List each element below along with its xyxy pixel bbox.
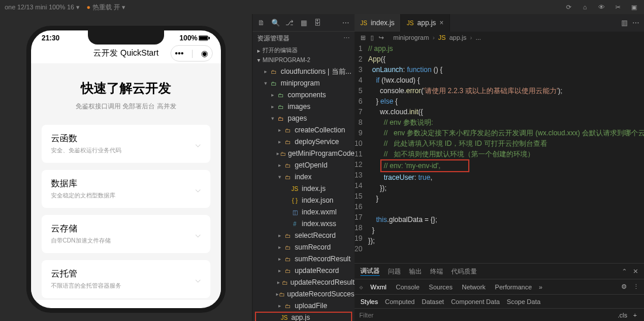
panel-tab[interactable]: 终端 xyxy=(430,267,443,276)
tree-folder[interactable]: ▸🗀deployService xyxy=(253,136,355,148)
tree-folder[interactable]: ▸🗀createCollection xyxy=(253,124,355,136)
phone-content: 快速了解云开发 免鉴权接口调用 免部署后台 高并发 云函数安全、免鉴权运行业务代… xyxy=(31,63,221,300)
explorer-sidebar: 🗎 🔍 ⎇ ▦ 🗄 ⋯ 资源管理器⋯ ▸打开的编辑器 ▾MINIPROGRAM-… xyxy=(252,14,355,321)
tree-folder[interactable]: ▸🗀getMiniProgramCode xyxy=(253,148,355,159)
folder-icon: 🗀 xyxy=(276,103,285,111)
search-icon[interactable]: 🔍 xyxy=(270,18,281,28)
cut-icon[interactable]: ✂ xyxy=(612,2,623,12)
home-icon[interactable]: ⌂ xyxy=(580,2,590,12)
chevron-up-icon[interactable]: ⌃ xyxy=(622,268,627,275)
folder-icon: 🗀 xyxy=(269,79,278,87)
code-area[interactable]: 1234567891011121314151617181920 // app.j… xyxy=(355,43,644,263)
feature-card[interactable]: 数据库安全稳定的文档型数据库⌵ xyxy=(42,170,210,208)
folder-icon: 🗀 xyxy=(283,243,292,251)
breadcrumb-item[interactable]: ... xyxy=(476,34,481,41)
tree-folder[interactable]: ▸🗀updateRecordSuccess xyxy=(253,288,355,300)
hero-block: 快速了解云开发 免鉴权接口调用 免部署后台 高并发 xyxy=(42,69,210,118)
tree-folder[interactable]: ▾🗀miniprogram xyxy=(253,77,355,89)
bookmark-icon[interactable]: ▯ xyxy=(370,34,374,42)
elements-tab[interactable]: Dataset xyxy=(422,298,444,305)
ellipsis-icon[interactable]: ⋯ xyxy=(632,19,639,27)
ellipsis-icon[interactable]: ⋯ xyxy=(343,35,350,42)
kebab-icon[interactable]: ⋮ xyxy=(633,283,639,291)
editor-tab[interactable]: JSindex.js xyxy=(355,14,401,32)
ellipsis-icon[interactable]: ⋯ xyxy=(340,18,351,28)
gear-icon[interactable]: ⚙ xyxy=(621,283,627,291)
devtools-tab[interactable]: Sources xyxy=(428,284,454,291)
inspect-icon[interactable]: ⟐ xyxy=(359,284,363,291)
hot-reload-toggle[interactable]: ●热重载 开 ▾ xyxy=(87,3,126,12)
svg-rect-1 xyxy=(199,36,207,40)
close-icon[interactable]: ✕ xyxy=(633,268,638,275)
tree-folder[interactable]: ▸🗀sumRecord xyxy=(253,241,355,253)
project-header[interactable]: ▾MINIPROGRAM-2 xyxy=(253,56,355,64)
breadcrumb-item[interactable]: app.js xyxy=(449,34,466,41)
elements-tab[interactable]: Computed xyxy=(385,298,415,305)
storage-icon[interactable]: 🗄 xyxy=(312,18,323,28)
elements-tab[interactable]: Component Data xyxy=(451,298,500,305)
tree-file[interactable]: ◫index.wxml xyxy=(253,206,355,218)
cls-toggle[interactable]: .cls xyxy=(614,312,631,319)
folder-icon: 🗀 xyxy=(283,161,292,169)
chevron-down-icon: ⌵ xyxy=(195,138,201,149)
forward-icon[interactable]: ↪ xyxy=(379,34,384,42)
elements-tab[interactable]: Styles xyxy=(360,298,378,305)
simulator-panel: 21:30 100% 云开发 QuickStart ••• | ◉ 快速了解云开… xyxy=(0,14,252,321)
capsule-menu[interactable]: ••• | ◉ xyxy=(171,45,213,62)
more-icon[interactable]: ••• xyxy=(175,49,184,58)
close-icon[interactable]: × xyxy=(439,19,444,27)
tree-folder[interactable]: ▾🗀index xyxy=(253,171,355,183)
tree-folder[interactable]: ▾🗀pages xyxy=(253,112,355,124)
devtools-tab[interactable]: Performance xyxy=(494,284,533,291)
screenshot-icon[interactable]: ▣ xyxy=(629,2,639,12)
tree-folder[interactable]: ▸🗀images xyxy=(253,101,355,112)
tree-file[interactable]: { }index.json xyxy=(253,194,355,206)
files-icon[interactable]: 🗎 xyxy=(256,18,267,28)
tree-file[interactable]: JSindex.js xyxy=(253,183,355,194)
feature-card[interactable]: 云函数安全、免鉴权运行业务代码⌵ xyxy=(42,125,210,163)
editor-tab[interactable]: JSapp.js× xyxy=(401,14,450,32)
elements-subtabs: StylesComputedDatasetComponent DataScope… xyxy=(355,294,644,308)
tree-file[interactable]: JSapp.js xyxy=(255,312,352,321)
tree-folder[interactable]: ▸🗀updateRecordResult xyxy=(253,276,355,288)
explorer-title: 资源管理器⋯ xyxy=(253,32,355,45)
add-icon[interactable]: + xyxy=(631,312,639,319)
refresh-icon[interactable]: ⟳ xyxy=(563,2,574,12)
split-icon[interactable]: ▥ xyxy=(621,19,628,27)
tree-folder[interactable]: ▸🗀cloudfunctions | 当前... xyxy=(253,66,355,77)
branch-icon[interactable]: ⎇ xyxy=(284,18,295,28)
tree-folder[interactable]: ▸🗀getOpenId xyxy=(253,159,355,171)
tree-file[interactable]: #index.wxss xyxy=(253,218,355,230)
eye-icon[interactable]: 👁 xyxy=(596,2,606,12)
breadcrumb: ⊞ ▯ ↪ miniprogram › JS app.js › ... xyxy=(355,32,644,43)
feature-card[interactable]: 云存储自带CDN加速文件存储⌵ xyxy=(42,215,210,253)
grid-icon[interactable]: ▦ xyxy=(298,18,309,28)
devtools-tab[interactable]: Console xyxy=(395,284,421,291)
devtools-tab[interactable]: Wxml xyxy=(369,284,388,291)
tree-folder[interactable]: ▸🗀uploadFile xyxy=(253,300,355,312)
devtools-tab[interactable]: Network xyxy=(461,284,486,291)
filter-bar: .cls + xyxy=(355,308,644,321)
filter-input[interactable] xyxy=(359,312,614,319)
phone-time: 21:30 xyxy=(42,34,60,42)
tree-folder[interactable]: ▸🗀selectRecord xyxy=(253,230,355,241)
tree-folder[interactable]: ▸🗀sumRecordResult xyxy=(253,253,355,265)
panel-tab[interactable]: 调试器 xyxy=(360,267,380,276)
breadcrumb-item[interactable]: miniprogram xyxy=(393,34,429,41)
panel-tab[interactable]: 问题 xyxy=(388,267,401,276)
more-tabs-icon[interactable]: » xyxy=(539,284,543,291)
tree-folder[interactable]: ▸🗀updateRecord xyxy=(253,265,355,276)
panel-tab[interactable]: 代码质量 xyxy=(451,267,477,276)
file-icon: JS xyxy=(280,313,289,321)
phone-frame: 21:30 100% 云开发 QuickStart ••• | ◉ 快速了解云开… xyxy=(26,26,226,313)
elements-tab[interactable]: Scope Data xyxy=(507,298,540,305)
open-editors-header[interactable]: ▸打开的编辑器 xyxy=(253,45,355,56)
panel-tab[interactable]: 输出 xyxy=(409,267,422,276)
file-icon: JS xyxy=(290,185,299,193)
close-target-icon[interactable]: ◉ xyxy=(201,49,208,58)
js-file-icon: JS xyxy=(407,20,414,26)
device-status[interactable]: one 12/13 mini 100% 16 ▾ xyxy=(5,4,80,11)
expand-icon[interactable]: ⊞ xyxy=(360,34,366,42)
tree-folder[interactable]: ▸🗀components xyxy=(253,89,355,101)
feature-card[interactable]: 云托管不限语言的全托管容器服务⌵ xyxy=(42,260,210,298)
